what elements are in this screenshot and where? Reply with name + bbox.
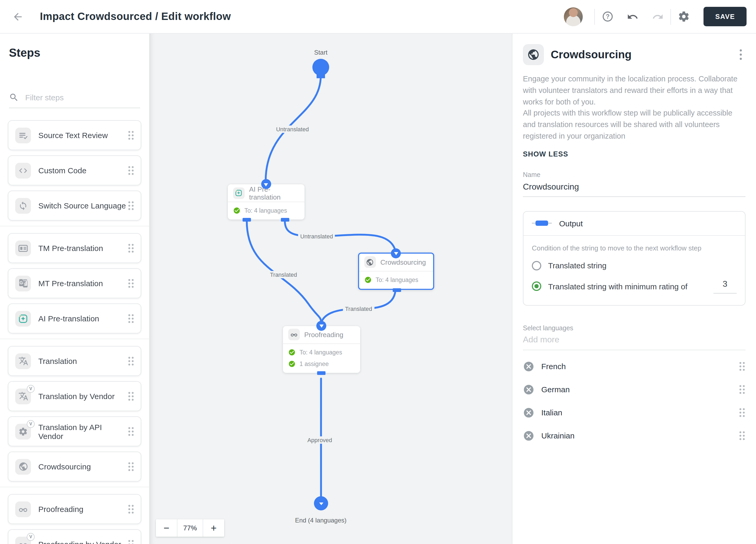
step-label: Translation — [38, 357, 77, 365]
step-item-proofreading-by-vendor[interactable]: V Proofreading by Vendor — [8, 529, 141, 544]
language-row-german: German — [523, 381, 745, 397]
remove-language-button[interactable] — [523, 430, 534, 441]
node-body: To: 4 languages — [228, 202, 304, 219]
step-label: Proofreading by Vendor — [38, 540, 121, 544]
step-item-crowdsourcing[interactable]: Crowdsourcing — [8, 452, 141, 482]
proofreading-by-vendor-icon: V — [15, 536, 31, 544]
drag-handle[interactable] — [128, 356, 134, 366]
gear-icon — [678, 11, 690, 23]
avatar[interactable] — [564, 7, 583, 26]
save-button[interactable]: SAVE — [704, 7, 747, 26]
header: Impact Crowdsourced / Edit workflow ? — [0, 0, 756, 34]
panel-title: Crowdsourcing — [551, 48, 632, 61]
name-input[interactable] — [523, 178, 745, 197]
remove-language-button[interactable] — [523, 384, 534, 395]
node-title: Proofreading — [304, 331, 343, 338]
step-item-mt-pre-translation[interactable]: MT Pre-translation — [8, 268, 141, 298]
edge-label-translated: Translated — [268, 271, 299, 278]
end-node[interactable] — [314, 496, 328, 510]
step-item-translation[interactable]: Translation — [8, 346, 141, 376]
option-translated-with-rating[interactable]: Translated string with minimum rating of — [532, 279, 737, 293]
vendor-badge: V — [27, 420, 35, 428]
redo-button[interactable] — [648, 6, 669, 27]
radio-unselected[interactable] — [532, 261, 541, 270]
group-separator — [0, 226, 149, 226]
drag-handle[interactable] — [128, 278, 134, 288]
step-item-tm-pre-translation[interactable]: TM Pre-translation — [8, 233, 141, 263]
svg-text:?: ? — [606, 13, 610, 20]
app: Impact Crowdsourced / Edit workflow ? — [0, 0, 756, 544]
drag-handle[interactable] — [739, 361, 745, 371]
undo-button[interactable] — [622, 6, 643, 27]
undo-icon — [627, 11, 639, 22]
back-button[interactable] — [7, 6, 28, 27]
output-connector — [317, 371, 325, 375]
drag-handle[interactable] — [739, 431, 745, 441]
step-label: Source Text Review — [38, 131, 108, 140]
redo-icon — [652, 11, 664, 22]
drag-handle[interactable] — [128, 201, 134, 211]
drag-handle[interactable] — [128, 504, 134, 514]
start-node[interactable] — [312, 59, 329, 76]
remove-language-button[interactable] — [523, 407, 534, 418]
drag-handle[interactable] — [128, 165, 134, 175]
output-card-body: Condition of the string to move to the n… — [523, 235, 745, 305]
steps-list: Source Text Review Custom Code Switch So… — [8, 120, 141, 544]
node-row-text: To: 4 languages — [244, 207, 287, 214]
page-title: Impact Crowdsourced / Edit workflow — [40, 11, 231, 23]
description-paragraph: All projects with this workflow step wil… — [523, 108, 745, 142]
select-languages-label: Select languages — [523, 324, 745, 332]
proofreading-icon — [288, 329, 300, 340]
workflow-canvas[interactable]: Start Untranslated Untranslated Translat… — [150, 34, 512, 544]
drag-handle[interactable] — [128, 130, 134, 140]
steps-sidebar: Steps Source Text Review Custom Code — [0, 34, 150, 544]
canvas-node-crowdsourcing[interactable]: Crowdsourcing To: 4 languages — [358, 252, 434, 290]
step-item-translation-by-vendor[interactable]: V Translation by Vendor — [8, 381, 141, 411]
step-label: Switch Source Language — [38, 201, 126, 210]
remove-language-button[interactable] — [523, 360, 534, 372]
step-item-translation-by-api-vendor[interactable]: V Translation by API Vendor — [8, 416, 141, 446]
add-language-input[interactable] — [523, 332, 745, 350]
filter-steps-input[interactable] — [25, 93, 140, 102]
show-less-link[interactable]: SHOW LESS — [523, 150, 568, 158]
radio-selected[interactable] — [532, 281, 541, 291]
custom-code-icon — [15, 163, 31, 178]
step-item-custom-code[interactable]: Custom Code — [8, 155, 141, 185]
ai-pre-translation-icon — [15, 311, 31, 326]
zoom-out-button[interactable]: − — [156, 519, 177, 537]
drag-handle[interactable] — [128, 426, 134, 436]
kebab-menu-icon[interactable] — [736, 48, 745, 61]
check-circle-icon — [364, 276, 371, 283]
zoom-in-button[interactable]: + — [203, 519, 224, 537]
step-item-ai-pre-translation[interactable]: AI Pre-translation — [8, 304, 141, 333]
drag-handle[interactable] — [739, 384, 745, 394]
canvas-node-proofreading[interactable]: Proofreading To: 4 languages 1 assignee — [283, 326, 360, 373]
drag-handle[interactable] — [128, 391, 134, 401]
drag-handle[interactable] — [128, 243, 134, 253]
filter-steps-field — [9, 92, 140, 108]
step-item-switch-source-language[interactable]: Switch Source Language — [8, 191, 141, 221]
node-body: To: 4 languages — [359, 271, 433, 289]
divider — [595, 9, 595, 24]
option-translated-string[interactable]: Translated string — [532, 261, 737, 270]
crowdsourcing-icon — [15, 459, 31, 474]
drag-handle[interactable] — [128, 462, 134, 472]
language-name: Italian — [541, 408, 562, 417]
option-label: Translated string with minimum rating of — [548, 282, 687, 291]
help-button[interactable]: ? — [597, 6, 618, 27]
description-paragraph: Engage your community in the localizatio… — [523, 74, 745, 108]
step-item-source-text-review[interactable]: Source Text Review — [8, 120, 141, 150]
steps-title: Steps — [9, 46, 40, 60]
rating-input[interactable] — [713, 279, 737, 293]
option-label: Translated string — [548, 261, 606, 270]
node-title: AI Pre-translation — [249, 185, 299, 201]
drag-handle[interactable] — [739, 407, 745, 417]
switch-source-language-icon — [15, 198, 31, 213]
drag-handle[interactable] — [128, 313, 134, 323]
canvas-node-ai-pre-translation[interactable]: AI Pre-translation To: 4 languages — [228, 184, 304, 219]
step-item-proofreading[interactable]: Proofreading — [8, 494, 141, 524]
input-connector-icon — [317, 321, 327, 331]
source-text-review-icon — [15, 127, 31, 143]
settings-button[interactable] — [673, 6, 694, 27]
drag-handle[interactable] — [128, 539, 134, 544]
